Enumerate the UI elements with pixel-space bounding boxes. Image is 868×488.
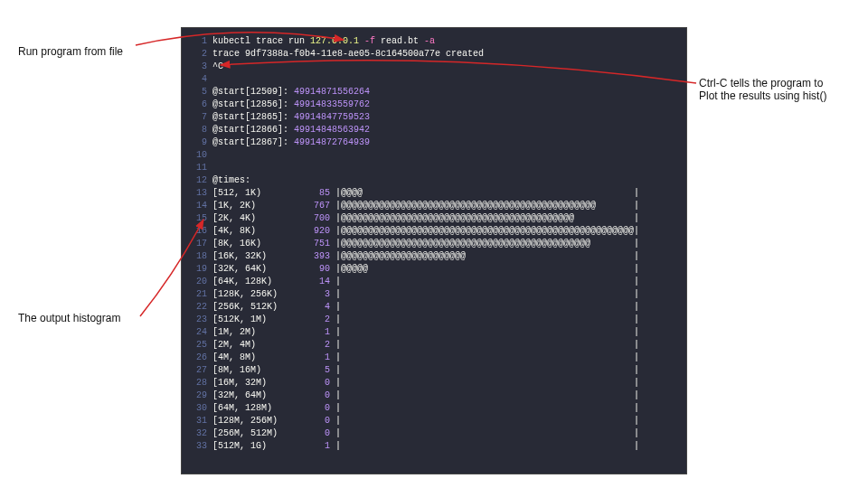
cmd-file: read.bt (375, 36, 424, 46)
terminal-line-bucket: 16[4K, 8K)920 |@@@@@@@@@@@@@@@@@@@@@@@@@… (191, 225, 677, 238)
terminal-line-blank: 10 (191, 149, 677, 162)
terminal-line-start: 5@start[12509]: 49914871556264 (191, 86, 677, 99)
start-lines: 5@start[12509]: 499148715562646@start[12… (191, 86, 677, 149)
terminal-line-start: 9@start[12867]: 49914872764939 (191, 136, 677, 149)
terminal-line-times: 12@times: (191, 174, 677, 187)
terminal-line-bucket: 31[128M, 256M)0 | | (191, 415, 677, 427)
histogram-lines: 13[512, 1K)85 |@@@@ |14[1K, 2K)767 |@@@@… (191, 187, 677, 453)
terminal-line-bucket: 20[64K, 128K)14 | | (191, 276, 677, 288)
terminal-line-bucket: 18[16K, 32K)393 |@@@@@@@@@@@@@@@@@@@@@@@… (191, 250, 677, 263)
terminal-line-bucket: 24[1M, 2M)1 | | (191, 326, 677, 339)
terminal-line-bucket: 14[1K, 2K)767 |@@@@@@@@@@@@@@@@@@@@@@@@@… (191, 200, 677, 212)
terminal-line-trace: 2trace 9df7388a-f0b4-11e8-ae05-8c164500a… (191, 48, 677, 61)
terminal-line-bucket: 25[2M, 4M)2 | | (191, 339, 677, 352)
cmd-flag-a: -a (424, 36, 435, 46)
terminal-line-bucket: 23[512K, 1M)2 | | (191, 314, 677, 326)
terminal-line-bucket: 27[8M, 16M)5 | | (191, 364, 677, 377)
terminal-line-bucket: 22[256K, 512K)4 | | (191, 301, 677, 314)
terminal-line-bucket: 17[8K, 16K)751 |@@@@@@@@@@@@@@@@@@@@@@@@… (191, 238, 677, 250)
terminal-line-start: 8@start[12866]: 49914848563942 (191, 124, 677, 136)
terminal-line-bucket: 26[4M, 8M)1 | | (191, 352, 677, 364)
terminal-line-bucket: 15[2K, 4K)700 |@@@@@@@@@@@@@@@@@@@@@@@@@… (191, 212, 677, 225)
annotation-run-from-file: Run program from file (18, 45, 163, 58)
terminal-line-bucket: 13[512, 1K)85 |@@@@ | (191, 187, 677, 200)
annotation-histogram: The output histogram (18, 312, 163, 324)
terminal-line-bucket: 21[128K, 256K)3 | | (191, 288, 677, 301)
cmd-text: kubectl trace run (212, 36, 310, 46)
annotation-ctrlc: Ctrl-C tells the program to Plot the res… (699, 77, 866, 102)
cmd-flag-f: -f (359, 36, 375, 46)
cmd-ip: 127.0.0.1 (310, 36, 359, 46)
terminal-line-bucket: 29[32M, 64M)0 | | (191, 389, 677, 402)
terminal-line-bucket: 32[256M, 512M)0 | | (191, 427, 677, 440)
terminal-line-bucket: 19[32K, 64K)90 |@@@@@ | (191, 263, 677, 276)
terminal-line-bucket: 28[16M, 32M)0 | | (191, 377, 677, 389)
terminal-line-blank: 4 (191, 73, 677, 86)
terminal-line-bucket: 33[512M, 1G)1 | | (191, 440, 677, 453)
terminal-line-start: 6@start[12856]: 49914833559762 (191, 99, 677, 111)
terminal-line-ctrlc: 3^C (191, 61, 677, 73)
terminal-line-blank: 11 (191, 162, 677, 174)
terminal-line-bucket: 30[64M, 128M)0 | | (191, 402, 677, 415)
terminal-line-cmd: 1kubectl trace run 127.0.0.1 -f read.bt … (191, 35, 677, 48)
terminal-window: 1kubectl trace run 127.0.0.1 -f read.bt … (181, 27, 687, 474)
terminal-line-start: 7@start[12865]: 49914847759523 (191, 111, 677, 124)
